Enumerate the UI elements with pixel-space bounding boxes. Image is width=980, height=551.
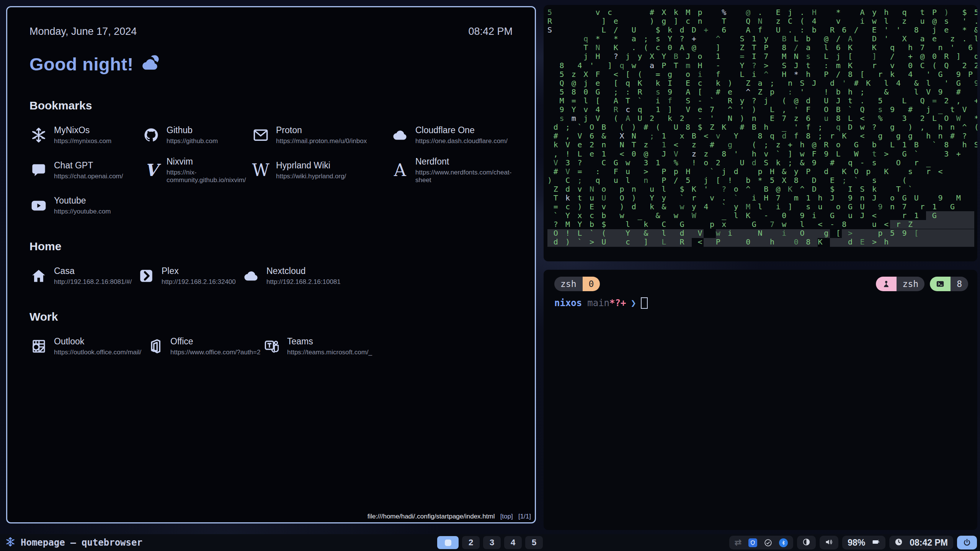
snowflake-icon	[29, 126, 48, 144]
battery-indicator[interactable]: 98%	[842, 536, 885, 549]
bookmark-url: https://mynixos.com	[54, 137, 111, 145]
bookmark-plex[interactable]: Plexhttp://192.168.2.16:32400	[137, 266, 242, 286]
terminal-icon	[930, 277, 951, 291]
volume-control[interactable]	[820, 536, 838, 549]
bookmark-url: http://192.168.2.16:10081	[266, 278, 341, 286]
bookmark-url: https://outlook.office.com/mail/	[54, 349, 141, 356]
bookmark-name: Proton	[276, 125, 367, 135]
bookmark-name: Plex	[162, 266, 236, 276]
zellij-tab-zsh[interactable]: zsh 0	[554, 277, 600, 291]
statusbar-scroll: [top]	[500, 513, 513, 520]
bookmark-nixvim[interactable]: VNixvimhttps://nix-community.github.io/n…	[142, 156, 252, 184]
qutebrowser-window[interactable]: Monday, June 17, 2024 08:42 PM Good nigh…	[6, 6, 536, 523]
section-bookmarks: BookmarksMyNixOshttps://mynixos.comGithu…	[29, 99, 513, 215]
section-title: Home	[29, 240, 513, 253]
bookmark-youtube[interactable]: Youtubehttps://youtube.com	[29, 196, 142, 215]
bookmark-teams[interactable]: Teamshttps://teams.microsoft.com/_	[263, 336, 513, 356]
night-light-icon	[802, 538, 810, 548]
greeting-text: Good night!	[29, 54, 134, 75]
bookmark-url: https://github.com	[167, 137, 218, 145]
bookmark-casa[interactable]: Casahttp://192.168.2.16:8081/#/	[29, 266, 137, 286]
battery-percent: 98%	[848, 538, 865, 548]
workspace-1-active[interactable]	[437, 536, 459, 549]
clock-icon	[895, 538, 903, 548]
bookmark-outlook[interactable]: Outlookhttps://outlook.office.com/mail/	[29, 336, 146, 356]
bookmark-name: Cloudflare One	[415, 125, 508, 135]
workspace-2[interactable]: 2	[462, 536, 480, 549]
bookmark-url: https://nix-community.github.io/nixvim/	[167, 169, 252, 184]
bookmark-hyprland-wiki[interactable]: WHyprland Wikihttps://wiki.hyprland.org/	[252, 156, 391, 184]
power-button[interactable]	[957, 536, 977, 549]
bookmark-name: Youtube	[54, 196, 111, 206]
bookmark-chat-gpt[interactable]: Chat GPThttps://chat.openai.com/	[29, 156, 142, 184]
zellij-bar: zsh 0 zsh8	[554, 277, 968, 291]
bookmark-nextcloud[interactable]: Nextcloudhttp://192.168.2.16:10081	[242, 266, 513, 286]
office-icon	[146, 337, 164, 355]
bookmark-url: https://chat.openai.com/	[54, 173, 123, 180]
clock-widget[interactable]: 08:42 PM	[889, 536, 953, 549]
check-circle-icon[interactable]	[764, 539, 772, 547]
bookmark-github[interactable]: Githubhttps://github.com	[142, 125, 252, 145]
qutebrowser-statusbar: file:///home/hadi/.config/startpage/inde…	[368, 513, 531, 520]
shell-terminal-window[interactable]: zsh 0 zsh8 nixos main*?+ ❯	[544, 270, 977, 530]
statusbar-url: file:///home/hadi/.config/startpage/inde…	[368, 513, 495, 520]
matrix-pane: 5 v c # X k M p % @ . E j . H * A y h q …	[544, 5, 977, 261]
bookmark-proton[interactable]: Protonhttps://mail.proton.me/u/0/inbox	[252, 125, 391, 145]
bookmark-name: Teams	[287, 336, 372, 347]
bitwarden-icon[interactable]	[748, 538, 757, 547]
matrix-terminal-window[interactable]: 5 v c # X k M p % @ . E j . H * A y h q …	[544, 5, 977, 261]
workspace-switcher: 2345	[437, 536, 543, 549]
cloud-icon	[242, 267, 260, 285]
bookmark-url: http://192.168.2.16:8081/#/	[54, 278, 132, 286]
prompt-symbol: ❯	[630, 298, 636, 308]
bookmark-cloudflare-one[interactable]: Cloudflare Onehttps://one.dash.cloudflar…	[391, 125, 513, 145]
workspace-4[interactable]: 4	[504, 536, 522, 549]
prompt-git-status: *?+	[609, 298, 626, 308]
status-label: zsh	[897, 277, 925, 291]
system-tray: ⇄	[729, 536, 793, 549]
bookmark-name: Hyprland Wiki	[276, 160, 346, 171]
bookmark-mynixos[interactable]: MyNixOshttps://mynixos.com	[29, 125, 142, 145]
github-icon	[142, 126, 160, 144]
kdeconnect-icon[interactable]: ⇄	[735, 538, 742, 548]
date-label: Monday, June 17, 2024	[29, 26, 137, 37]
bookmark-url: http://192.168.2.16:32400	[162, 278, 236, 286]
teams-icon	[263, 337, 281, 355]
terminal-cursor	[641, 297, 648, 309]
workspace-3[interactable]: 3	[483, 536, 501, 549]
taskbar: Homepage — qutebrowser 2345 ⇄ 98% 08:42 …	[0, 534, 980, 551]
home-icon	[29, 267, 48, 285]
bookmark-nerdfont[interactable]: ANerdfonthttps://www.nerdfonts.com/cheat…	[391, 156, 513, 184]
bookmark-name: Outlook	[54, 336, 141, 347]
speaker-icon	[825, 538, 833, 548]
cloud-icon	[391, 126, 409, 144]
night-light-toggle[interactable]	[797, 536, 816, 549]
workspace-5[interactable]: 5	[525, 536, 543, 549]
shell-prompt[interactable]: nixos main*?+ ❯	[554, 297, 648, 309]
bookmark-url: https://one.dash.cloudflare.com/	[415, 137, 508, 145]
bookmark-office[interactable]: Officehttps://www.office.com/?auth=2	[146, 336, 263, 356]
clock-time: 08:42 PM	[910, 538, 948, 548]
bookmark-url: https://wiki.hyprland.org/	[276, 173, 346, 180]
outlook-icon	[29, 337, 48, 355]
prompt-git-branch: main*?+	[587, 298, 626, 308]
bookmark-url: https://teams.microsoft.com/_	[287, 349, 372, 356]
section-title: Bookmarks	[29, 99, 513, 112]
bookmark-name: Nextcloud	[266, 266, 341, 276]
moon-cloud-icon	[140, 54, 160, 75]
bookmark-name: Nerdfont	[415, 156, 513, 167]
prompt-host: nixos	[554, 298, 582, 308]
active-window-title: Homepage — qutebrowser	[21, 537, 142, 548]
active-workspace-dot	[445, 540, 451, 546]
bookmark-name: Nixvim	[167, 156, 252, 167]
zellij-status-zsh: zsh	[876, 277, 925, 291]
bookmark-url: https://mail.proton.me/u/0/inbox	[276, 137, 367, 145]
bookmark-name: Office	[170, 336, 260, 347]
bluetooth-icon[interactable]	[779, 538, 788, 547]
zellij-status-right: zsh8	[876, 277, 968, 291]
plex-icon	[137, 267, 155, 285]
vim-v-icon: V	[142, 161, 160, 179]
bookmark-name: Casa	[54, 266, 132, 276]
bookmark-name: Chat GPT	[54, 160, 123, 171]
zellij-status-8: 8	[930, 277, 968, 291]
